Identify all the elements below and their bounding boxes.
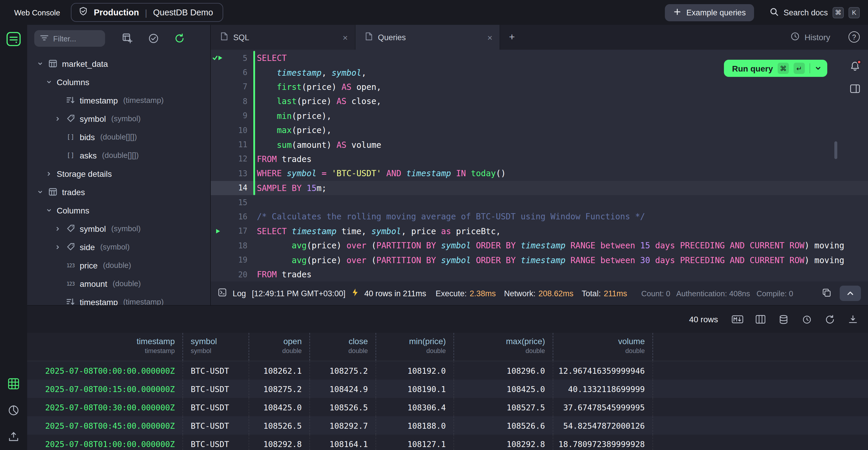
refresh-results-icon[interactable]	[824, 313, 836, 325]
example-queries-button[interactable]: Example queries	[665, 4, 754, 21]
cell-timestamp[interactable]: 2025-07-08T01:00:00.000000Z	[27, 434, 183, 450]
cell-symbol[interactable]: BTC-USDT	[183, 398, 249, 416]
chevron-right-icon[interactable]	[54, 244, 61, 250]
cell-open[interactable]: 108262.1	[249, 361, 310, 379]
cell-timestamp[interactable]: 2025-07-08T00:00:00.000000Z	[27, 361, 183, 379]
query-history-icon[interactable]	[801, 313, 812, 325]
cell-min-price-[interactable]: 108306.4	[376, 398, 454, 416]
filter-input[interactable]: Filter...	[34, 30, 105, 47]
code-editor[interactable]: 5SELECT6 timestamp, symbol,7 first(price…	[211, 50, 868, 281]
side-panel-icon[interactable]	[850, 84, 860, 96]
search-docs-button[interactable]: Search docs ⌘ K	[769, 7, 860, 18]
run-query-play-icon[interactable]	[211, 228, 225, 235]
copy-icon[interactable]	[822, 288, 831, 299]
column-header-max-price-[interactable]: max(price)double	[454, 333, 553, 361]
cell-max-price-[interactable]: 108425.0	[454, 379, 553, 398]
tree-item-symbol[interactable]: symbol(symbol)	[27, 219, 210, 238]
dataset-export-icon[interactable]	[778, 313, 789, 325]
metrics-pie-icon[interactable]	[8, 404, 20, 419]
cell-close[interactable]: 108164.1	[310, 434, 376, 450]
cell-timestamp[interactable]: 2025-07-08T00:30:00.000000Z	[27, 398, 183, 416]
cell-symbol[interactable]: BTC-USDT	[183, 434, 249, 450]
tree-item-asks[interactable]: []asks(double[][])	[27, 146, 210, 164]
column-header-volume[interactable]: volumedouble	[553, 333, 653, 361]
run-query-button[interactable]: Run query ⌘ ↵	[724, 60, 827, 77]
cell-open[interactable]: 108275.2	[249, 379, 310, 398]
tree-item-trades[interactable]: trades	[27, 183, 210, 201]
tree-item-bids[interactable]: []bids(double[][])	[27, 128, 210, 146]
chevron-right-icon[interactable]	[54, 116, 61, 121]
chevron-down-icon[interactable]	[37, 189, 44, 195]
add-table-icon[interactable]	[122, 32, 133, 44]
cell-close[interactable]: 108275.2	[310, 361, 376, 379]
tree-item-market-data[interactable]: market_data	[27, 54, 210, 73]
collapse-log-button[interactable]	[840, 286, 861, 301]
chevron-down-icon[interactable]	[37, 61, 44, 66]
cell-max-price-[interactable]: 108292.8	[454, 434, 553, 450]
close-icon[interactable]: ×	[342, 32, 348, 42]
cell-open[interactable]: 108292.8	[249, 434, 310, 450]
cell-close[interactable]: 108292.7	[310, 416, 376, 434]
cell-volume[interactable]: 54.82547872000126	[553, 416, 653, 434]
table-row[interactable]: 2025-07-08T00:00:00.000000ZBTC-USDT10826…	[27, 361, 868, 379]
chevron-right-icon[interactable]	[54, 226, 61, 231]
cell-min-price-[interactable]: 108127.1	[376, 434, 454, 450]
tree-item-side[interactable]: side(symbol)	[27, 238, 210, 256]
cell-symbol[interactable]: BTC-USDT	[183, 416, 249, 434]
tree-item-storage-details[interactable]: Storage details	[27, 164, 210, 183]
cell-min-price-[interactable]: 108192.0	[376, 361, 454, 379]
cell-symbol[interactable]: BTC-USDT	[183, 379, 249, 398]
grid-columns-icon[interactable]	[755, 313, 767, 325]
tree-item-amount[interactable]: 123amount(double)	[27, 274, 210, 293]
chevron-down-icon[interactable]	[45, 79, 53, 85]
cell-max-price-[interactable]: 108527.5	[454, 398, 553, 416]
cell-max-price-[interactable]: 108296.0	[454, 361, 553, 379]
column-header-open[interactable]: opendouble	[249, 333, 310, 361]
tree-item-timestamp[interactable]: timestamp(timestamp)	[27, 91, 210, 109]
column-header-close[interactable]: closedouble	[310, 333, 376, 361]
tree-item-columns[interactable]: Columns	[27, 201, 210, 219]
tree-item-columns[interactable]: Columns	[27, 73, 210, 91]
download-csv-icon[interactable]	[847, 313, 859, 325]
cell-timestamp[interactable]: 2025-07-08T00:15:00.000000Z	[27, 379, 183, 398]
tables-grid-icon[interactable]	[8, 378, 20, 392]
chevron-down-icon[interactable]	[815, 65, 822, 72]
tree-item-price[interactable]: 123price(double)	[27, 256, 210, 274]
column-header-symbol[interactable]: symbolsymbol	[183, 333, 249, 361]
table-row[interactable]: 2025-07-08T01:00:00.000000ZBTC-USDT10829…	[27, 434, 868, 450]
cell-symbol[interactable]: BTC-USDT	[183, 361, 249, 379]
tab-sql[interactable]: SQL×	[211, 25, 355, 50]
close-icon[interactable]: ×	[487, 32, 492, 42]
cell-max-price-[interactable]: 108526.6	[454, 416, 553, 434]
tree-item-timestamp[interactable]: timestamp(timestamp)	[27, 293, 210, 305]
markdown-export-icon[interactable]	[732, 313, 743, 325]
import-icon[interactable]	[8, 431, 20, 444]
notifications-bell-icon[interactable]	[850, 61, 860, 75]
help-button[interactable]: ?	[848, 31, 860, 43]
cell-min-price-[interactable]: 108188.0	[376, 416, 454, 434]
chevron-down-icon[interactable]	[45, 207, 53, 213]
table-row[interactable]: 2025-07-08T00:45:00.000000ZBTC-USDT10852…	[27, 416, 868, 434]
table-row[interactable]: 2025-07-08T00:30:00.000000ZBTC-USDT10842…	[27, 398, 868, 416]
refresh-schema-icon[interactable]	[174, 32, 185, 44]
cell-timestamp[interactable]: 2025-07-08T00:45:00.000000Z	[27, 416, 183, 434]
cell-volume[interactable]: 18.780972389999928	[553, 434, 653, 450]
cell-open[interactable]: 108526.5	[249, 416, 310, 434]
cell-close[interactable]: 108526.5	[310, 398, 376, 416]
questdb-logo-icon[interactable]	[6, 31, 21, 49]
table-row[interactable]: 2025-07-08T00:15:00.000000ZBTC-USDT10827…	[27, 379, 868, 398]
run-query-check-icon[interactable]	[211, 54, 225, 61]
editor-scrollbar[interactable]	[834, 141, 837, 159]
cell-open[interactable]: 108425.0	[249, 398, 310, 416]
cell-close[interactable]: 108424.9	[310, 379, 376, 398]
select-check-icon[interactable]	[148, 32, 159, 44]
instance-badge[interactable]: Production | QuestDB Demo	[71, 3, 223, 22]
cell-min-price-[interactable]: 108190.1	[376, 379, 454, 398]
column-header-min-price-[interactable]: min(price)double	[376, 333, 454, 361]
column-header-timestamp[interactable]: timestamptimestamp	[27, 333, 183, 361]
new-tab-button[interactable]: +	[500, 25, 524, 50]
chevron-right-icon[interactable]	[45, 171, 53, 176]
history-button[interactable]: History	[790, 25, 830, 50]
cell-volume[interactable]: 37.67478545999995	[553, 398, 653, 416]
cell-volume[interactable]: 40.1332118699999	[553, 379, 653, 398]
